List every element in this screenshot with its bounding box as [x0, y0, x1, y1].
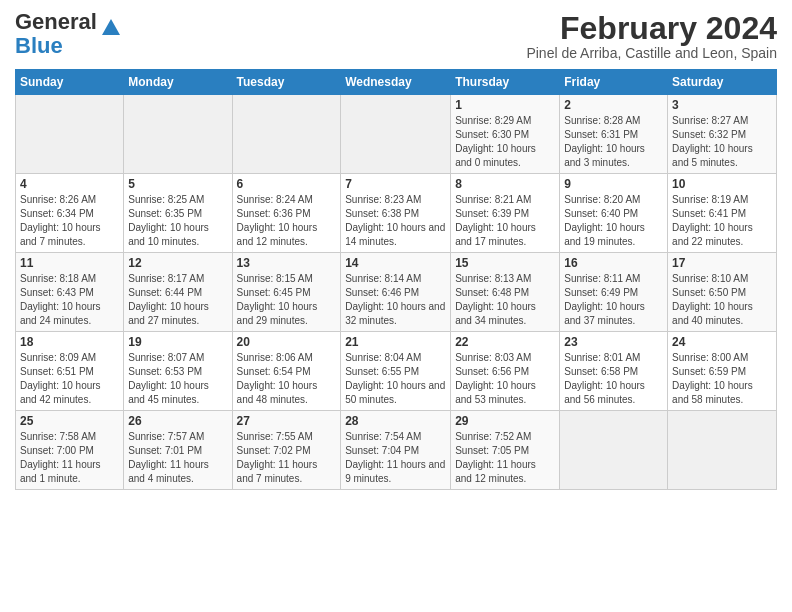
calendar-cell: 26Sunrise: 7:57 AMSunset: 7:01 PMDayligh…: [124, 411, 232, 490]
logo-general: General: [15, 9, 97, 34]
day-info: Sunrise: 8:04 AMSunset: 6:55 PMDaylight:…: [345, 351, 446, 407]
calendar-cell: 11Sunrise: 8:18 AMSunset: 6:43 PMDayligh…: [16, 253, 124, 332]
day-info: Sunrise: 8:21 AMSunset: 6:39 PMDaylight:…: [455, 193, 555, 249]
col-header-monday: Monday: [124, 70, 232, 95]
calendar-cell: 29Sunrise: 7:52 AMSunset: 7:05 PMDayligh…: [451, 411, 560, 490]
calendar-cell: 24Sunrise: 8:00 AMSunset: 6:59 PMDayligh…: [668, 332, 777, 411]
calendar-cell: [668, 411, 777, 490]
day-number: 23: [564, 335, 663, 349]
day-number: 8: [455, 177, 555, 191]
calendar-body: 1Sunrise: 8:29 AMSunset: 6:30 PMDaylight…: [16, 95, 777, 490]
day-info: Sunrise: 8:06 AMSunset: 6:54 PMDaylight:…: [237, 351, 337, 407]
calendar-cell: 15Sunrise: 8:13 AMSunset: 6:48 PMDayligh…: [451, 253, 560, 332]
day-number: 13: [237, 256, 337, 270]
top-row: General Blue February 2024 Pinel de Arri…: [15, 10, 777, 65]
day-info: Sunrise: 8:10 AMSunset: 6:50 PMDaylight:…: [672, 272, 772, 328]
logo: General Blue: [15, 10, 122, 58]
calendar-cell: 5Sunrise: 8:25 AMSunset: 6:35 PMDaylight…: [124, 174, 232, 253]
day-info: Sunrise: 8:09 AMSunset: 6:51 PMDaylight:…: [20, 351, 119, 407]
calendar-cell: 4Sunrise: 8:26 AMSunset: 6:34 PMDaylight…: [16, 174, 124, 253]
day-number: 6: [237, 177, 337, 191]
day-info: Sunrise: 8:01 AMSunset: 6:58 PMDaylight:…: [564, 351, 663, 407]
calendar-cell: [16, 95, 124, 174]
day-number: 24: [672, 335, 772, 349]
day-number: 20: [237, 335, 337, 349]
day-number: 14: [345, 256, 446, 270]
logo-blue: Blue: [15, 33, 63, 58]
calendar-header: SundayMondayTuesdayWednesdayThursdayFrid…: [16, 70, 777, 95]
calendar-cell: [341, 95, 451, 174]
day-info: Sunrise: 8:11 AMSunset: 6:49 PMDaylight:…: [564, 272, 663, 328]
day-number: 28: [345, 414, 446, 428]
calendar-cell: 7Sunrise: 8:23 AMSunset: 6:38 PMDaylight…: [341, 174, 451, 253]
day-info: Sunrise: 8:24 AMSunset: 6:36 PMDaylight:…: [237, 193, 337, 249]
day-info: Sunrise: 7:58 AMSunset: 7:00 PMDaylight:…: [20, 430, 119, 486]
day-number: 1: [455, 98, 555, 112]
day-info: Sunrise: 8:00 AMSunset: 6:59 PMDaylight:…: [672, 351, 772, 407]
day-number: 19: [128, 335, 227, 349]
col-header-wednesday: Wednesday: [341, 70, 451, 95]
day-info: Sunrise: 8:20 AMSunset: 6:40 PMDaylight:…: [564, 193, 663, 249]
svg-marker-0: [102, 19, 120, 35]
col-header-tuesday: Tuesday: [232, 70, 341, 95]
day-number: 12: [128, 256, 227, 270]
day-number: 29: [455, 414, 555, 428]
day-number: 9: [564, 177, 663, 191]
day-number: 16: [564, 256, 663, 270]
calendar-table: SundayMondayTuesdayWednesdayThursdayFrid…: [15, 69, 777, 490]
calendar-cell: [560, 411, 668, 490]
col-header-saturday: Saturday: [668, 70, 777, 95]
calendar-cell: 3Sunrise: 8:27 AMSunset: 6:32 PMDaylight…: [668, 95, 777, 174]
calendar-cell: 18Sunrise: 8:09 AMSunset: 6:51 PMDayligh…: [16, 332, 124, 411]
week-row-2: 4Sunrise: 8:26 AMSunset: 6:34 PMDaylight…: [16, 174, 777, 253]
day-number: 18: [20, 335, 119, 349]
day-info: Sunrise: 7:52 AMSunset: 7:05 PMDaylight:…: [455, 430, 555, 486]
day-info: Sunrise: 8:13 AMSunset: 6:48 PMDaylight:…: [455, 272, 555, 328]
calendar-cell: 28Sunrise: 7:54 AMSunset: 7:04 PMDayligh…: [341, 411, 451, 490]
calendar-cell: 12Sunrise: 8:17 AMSunset: 6:44 PMDayligh…: [124, 253, 232, 332]
calendar-cell: 8Sunrise: 8:21 AMSunset: 6:39 PMDaylight…: [451, 174, 560, 253]
day-number: 17: [672, 256, 772, 270]
calendar-cell: 6Sunrise: 8:24 AMSunset: 6:36 PMDaylight…: [232, 174, 341, 253]
calendar-cell: 27Sunrise: 7:55 AMSunset: 7:02 PMDayligh…: [232, 411, 341, 490]
day-number: 11: [20, 256, 119, 270]
calendar-cell: 19Sunrise: 8:07 AMSunset: 6:53 PMDayligh…: [124, 332, 232, 411]
col-header-friday: Friday: [560, 70, 668, 95]
day-number: 4: [20, 177, 119, 191]
day-number: 26: [128, 414, 227, 428]
location-title: Pinel de Arriba, Castille and Leon, Spai…: [526, 45, 777, 61]
calendar-cell: 20Sunrise: 8:06 AMSunset: 6:54 PMDayligh…: [232, 332, 341, 411]
day-info: Sunrise: 8:17 AMSunset: 6:44 PMDaylight:…: [128, 272, 227, 328]
title-section: February 2024 Pinel de Arriba, Castille …: [526, 10, 777, 61]
day-info: Sunrise: 7:54 AMSunset: 7:04 PMDaylight:…: [345, 430, 446, 486]
day-info: Sunrise: 8:25 AMSunset: 6:35 PMDaylight:…: [128, 193, 227, 249]
calendar-cell: 22Sunrise: 8:03 AMSunset: 6:56 PMDayligh…: [451, 332, 560, 411]
day-info: Sunrise: 8:14 AMSunset: 6:46 PMDaylight:…: [345, 272, 446, 328]
week-row-5: 25Sunrise: 7:58 AMSunset: 7:00 PMDayligh…: [16, 411, 777, 490]
calendar-cell: 16Sunrise: 8:11 AMSunset: 6:49 PMDayligh…: [560, 253, 668, 332]
day-info: Sunrise: 8:18 AMSunset: 6:43 PMDaylight:…: [20, 272, 119, 328]
calendar-cell: [232, 95, 341, 174]
page: General Blue February 2024 Pinel de Arri…: [0, 0, 792, 500]
day-info: Sunrise: 8:27 AMSunset: 6:32 PMDaylight:…: [672, 114, 772, 170]
day-number: 10: [672, 177, 772, 191]
day-number: 2: [564, 98, 663, 112]
day-info: Sunrise: 8:28 AMSunset: 6:31 PMDaylight:…: [564, 114, 663, 170]
day-number: 15: [455, 256, 555, 270]
calendar-cell: 25Sunrise: 7:58 AMSunset: 7:00 PMDayligh…: [16, 411, 124, 490]
day-info: Sunrise: 8:26 AMSunset: 6:34 PMDaylight:…: [20, 193, 119, 249]
logo-text: General Blue: [15, 10, 97, 58]
day-number: 21: [345, 335, 446, 349]
day-info: Sunrise: 7:57 AMSunset: 7:01 PMDaylight:…: [128, 430, 227, 486]
calendar-cell: [124, 95, 232, 174]
day-number: 5: [128, 177, 227, 191]
calendar-cell: 23Sunrise: 8:01 AMSunset: 6:58 PMDayligh…: [560, 332, 668, 411]
day-number: 25: [20, 414, 119, 428]
day-number: 22: [455, 335, 555, 349]
calendar-cell: 21Sunrise: 8:04 AMSunset: 6:55 PMDayligh…: [341, 332, 451, 411]
calendar-cell: 1Sunrise: 8:29 AMSunset: 6:30 PMDaylight…: [451, 95, 560, 174]
calendar-cell: 13Sunrise: 8:15 AMSunset: 6:45 PMDayligh…: [232, 253, 341, 332]
day-info: Sunrise: 8:15 AMSunset: 6:45 PMDaylight:…: [237, 272, 337, 328]
day-info: Sunrise: 8:23 AMSunset: 6:38 PMDaylight:…: [345, 193, 446, 249]
day-info: Sunrise: 8:19 AMSunset: 6:41 PMDaylight:…: [672, 193, 772, 249]
